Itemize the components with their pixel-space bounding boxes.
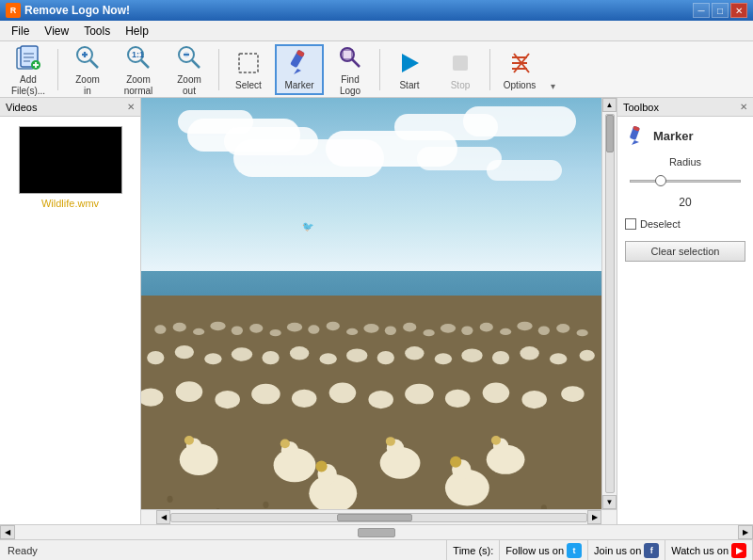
status-bar: Ready Time (s): Follow us on t Join us o… (0, 539, 753, 560)
start-label: Start (399, 80, 419, 90)
svg-point-83 (483, 382, 510, 403)
hscroll-thumb[interactable] (337, 514, 412, 521)
add-file-icon (13, 42, 43, 72)
menu-file[interactable]: File (4, 23, 37, 40)
scroll-down-button[interactable]: ▼ (602, 495, 617, 509)
toolbar: AddFile(s)... Zoomin 1:1 Zoomnormal (0, 41, 753, 98)
start-button[interactable]: Start (385, 44, 434, 95)
zoom-out-button[interactable]: Zoomout (165, 44, 214, 95)
scroll-left-button[interactable]: ◀ (156, 510, 170, 524)
flying-bird: 🐦 (302, 221, 313, 232)
marker-icon (284, 48, 314, 78)
svg-point-39 (232, 326, 243, 335)
menu-tools[interactable]: Tools (76, 23, 118, 40)
app-icon: R (6, 3, 21, 18)
toolbox-close[interactable]: ✕ (740, 102, 747, 112)
bottom-scroll-left[interactable]: ◀ (0, 525, 15, 539)
svg-point-42 (287, 323, 302, 332)
svg-point-103 (450, 456, 461, 467)
svg-point-79 (329, 382, 357, 403)
toolbox-header: Toolbox ✕ (617, 98, 753, 117)
select-button[interactable]: Select (224, 44, 273, 95)
facebook-icon[interactable]: f (644, 543, 659, 558)
svg-point-44 (327, 321, 340, 330)
find-logo-button[interactable]: FindLogo (326, 44, 375, 95)
svg-point-82 (445, 389, 470, 407)
radius-value: 20 (625, 196, 745, 209)
status-twitter[interactable]: Follow us on t (500, 540, 588, 560)
vscroll-thumb[interactable] (606, 115, 614, 152)
svg-point-49 (424, 329, 435, 336)
svg-point-40 (249, 324, 263, 333)
zoom-in-button[interactable]: Zoomin (63, 44, 112, 95)
image-viewport: 🐦 ▲ ▼ (141, 98, 617, 509)
radius-slider-thumb[interactable] (655, 175, 666, 186)
bottom-scroll-thumb[interactable] (358, 528, 395, 537)
scroll-right-button[interactable]: ▶ (587, 510, 601, 524)
bottom-scroll-track[interactable] (15, 526, 738, 539)
separator-4 (489, 49, 490, 90)
svg-point-53 (500, 328, 511, 335)
svg-point-73 (580, 349, 595, 360)
svg-point-41 (270, 329, 281, 336)
svg-point-88 (184, 436, 194, 445)
separator-2 (218, 49, 219, 90)
video-item[interactable]: Wildlife.wmv (6, 122, 135, 213)
zoom-normal-button[interactable]: 1:1 Zoomnormal (114, 44, 163, 95)
svg-marker-110 (632, 140, 639, 145)
add-files-label: AddFile(s)... (11, 74, 45, 97)
svg-point-63 (290, 346, 309, 360)
clear-selection-button[interactable]: Clear selection (625, 241, 745, 262)
vscroll-track[interactable] (605, 114, 615, 493)
scroll-up-button[interactable]: ▲ (602, 98, 617, 112)
watch-label: Watch us on (671, 545, 729, 556)
window-title: Remove Logo Now! (24, 4, 693, 17)
marker-tool-icon (625, 124, 648, 147)
radius-slider[interactable] (625, 171, 745, 190)
svg-point-52 (480, 323, 493, 332)
minimize-button[interactable]: ─ (693, 3, 710, 18)
youtube-icon[interactable]: ▶ (731, 543, 746, 558)
stop-button[interactable]: Stop (436, 44, 485, 95)
svg-point-65 (346, 348, 367, 361)
toolbox-panel: Toolbox ✕ Marker Radius 20 (617, 98, 753, 524)
svg-point-46 (363, 324, 378, 333)
options-button[interactable]: Options (495, 44, 544, 95)
hscroll-track[interactable] (170, 513, 587, 522)
status-youtube[interactable]: Watch us on ▶ (665, 540, 753, 560)
maximize-button[interactable]: □ (712, 3, 729, 18)
menu-bar: File View Tools Help (0, 21, 753, 41)
svg-rect-28 (453, 56, 468, 71)
video-filename: Wildlife.wmv (41, 198, 99, 209)
main-area: Videos ✕ Wildlife.wmv (0, 98, 753, 524)
deselect-checkbox[interactable] (625, 218, 636, 230)
status-facebook[interactable]: Join us on f (588, 540, 665, 560)
menu-help[interactable]: Help (118, 23, 156, 40)
svg-point-55 (538, 326, 550, 335)
svg-point-91 (280, 439, 290, 448)
add-files-button[interactable]: AddFile(s)... (4, 44, 53, 95)
svg-line-14 (141, 60, 149, 68)
zoom-normal-icon: 1:1 (123, 42, 153, 72)
videos-panel-close[interactable]: ✕ (127, 102, 135, 112)
bottom-scroll-right[interactable]: ▶ (738, 525, 753, 539)
time-label: Time (s): (453, 545, 493, 556)
close-button[interactable]: ✕ (730, 3, 747, 18)
svg-text:1:1: 1:1 (132, 50, 144, 59)
svg-point-68 (435, 353, 452, 364)
svg-point-80 (368, 391, 393, 408)
zoom-out-icon (174, 42, 204, 72)
menu-view[interactable]: View (37, 23, 76, 40)
bottom-scroll: ◀ ▶ (0, 524, 753, 539)
twitter-icon[interactable]: t (567, 543, 582, 558)
stop-label: Stop (451, 80, 471, 90)
follow-label: Follow us on (505, 545, 564, 556)
marker-button[interactable]: Marker (275, 44, 324, 95)
toolbar-overflow[interactable]: ▾ (546, 44, 559, 95)
cloud-8 (463, 106, 576, 136)
svg-rect-26 (343, 50, 352, 59)
svg-point-37 (193, 328, 204, 335)
start-icon (394, 48, 425, 78)
svg-point-67 (405, 346, 424, 360)
svg-point-51 (461, 326, 473, 335)
